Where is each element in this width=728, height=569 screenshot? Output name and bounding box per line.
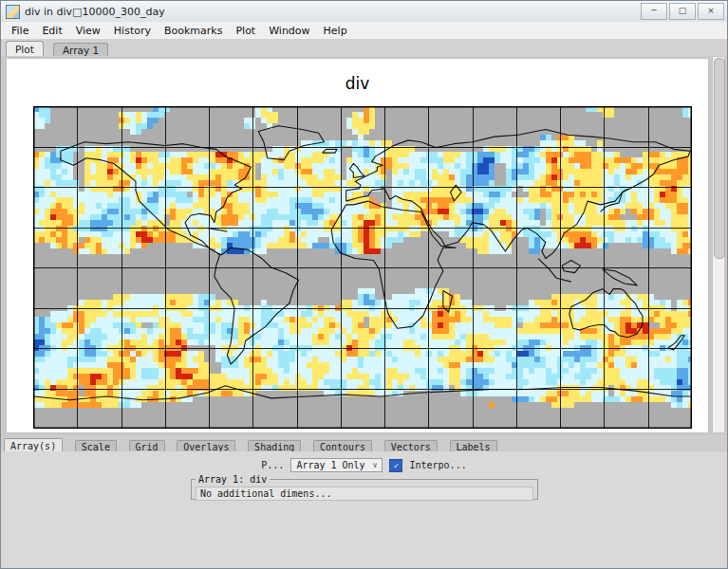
window-controls: ─ □ × xyxy=(639,3,724,20)
array-select[interactable]: Array 1 Only ∨ xyxy=(290,458,383,472)
menubar: File Edit View History Bookmarks Plot Wi… xyxy=(1,22,727,40)
maximize-button[interactable]: □ xyxy=(669,3,696,20)
vertical-scrollbar[interactable] xyxy=(712,56,725,433)
close-button[interactable]: × xyxy=(698,3,724,20)
plot-region: div xyxy=(1,56,727,435)
checkmark-icon: ✓ xyxy=(394,460,399,471)
tab-plot[interactable]: Plot xyxy=(6,41,44,57)
groupbox-title: Array 1: div xyxy=(196,474,270,485)
chevron-down-icon: ∨ xyxy=(373,461,378,469)
array-groupbox: Array 1: div No additional dimens... xyxy=(191,474,538,500)
settings-tab-bar: Array(s) Scale Grid Overlays Shading Con… xyxy=(1,435,727,452)
app-icon xyxy=(6,5,20,19)
interpolate-label: Interpo... xyxy=(409,460,466,470)
menu-help[interactable]: Help xyxy=(317,23,354,39)
map-canvas xyxy=(33,106,692,429)
settings-panel: P... Array 1 Only ∨ ✓ Interpo... Array 1… xyxy=(1,451,727,568)
tab-arrays[interactable]: Array(s) xyxy=(4,438,63,452)
plot-controls-row: P... Array 1 Only ∨ ✓ Interpo... xyxy=(1,458,727,472)
interpolate-checkbox[interactable]: ✓ xyxy=(389,459,402,472)
plot-title: div xyxy=(7,74,708,93)
menu-plot[interactable]: Plot xyxy=(229,23,262,39)
plot-page: div xyxy=(6,58,709,433)
dimension-info: No additional dimens... xyxy=(196,486,533,501)
menu-edit[interactable]: Edit xyxy=(35,23,68,39)
titlebar: div in div□10000_300_day ─ □ × xyxy=(1,1,727,23)
menu-file[interactable]: File xyxy=(5,23,35,39)
main-tab-bar: Plot Array 1 xyxy=(1,39,727,57)
array-select-value: Array 1 Only xyxy=(296,460,364,470)
window-title: div in div□10000_300_day xyxy=(25,6,639,18)
plot-type-label: P... xyxy=(261,460,284,470)
menu-view[interactable]: View xyxy=(69,23,107,39)
menu-window[interactable]: Window xyxy=(262,23,316,39)
scrollbar-thumb[interactable] xyxy=(714,58,725,259)
menu-history[interactable]: History xyxy=(107,23,158,39)
minimize-button[interactable]: ─ xyxy=(641,3,667,20)
app-window: div in div□10000_300_day ─ □ × File Edit… xyxy=(0,0,728,569)
menu-bookmarks[interactable]: Bookmarks xyxy=(158,23,229,39)
